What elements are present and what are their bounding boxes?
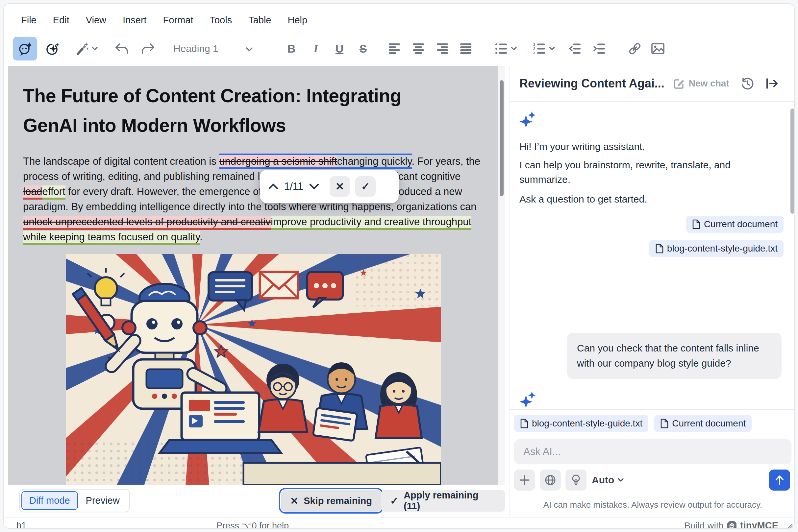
editor-scrollbar-track[interactable] (498, 66, 505, 484)
align-left-button[interactable] (383, 37, 407, 60)
assistant-sparkle-icon (519, 391, 537, 409)
assistant-message: Hi! I’m your writing assistant. (519, 139, 779, 154)
collapse-sidebar-button[interactable] (765, 78, 779, 90)
resize-handle[interactable] (785, 521, 793, 529)
diff-segment[interactable]: changing quickly (337, 154, 412, 169)
diff-segment[interactable]: undergoing a seismic shift (219, 154, 337, 169)
block-format-label: Heading 1 (173, 43, 218, 54)
skip-remaining-label: Skip remaining (303, 495, 372, 506)
toolbar: Heading 1 B I U S (4, 34, 795, 66)
bullet-list-icon (495, 42, 508, 55)
context-chip-current-document[interactable]: Current document (686, 216, 783, 233)
menu-tools[interactable]: Tools (204, 12, 237, 28)
chip-label: Current document (704, 219, 778, 229)
ai-assistant-button[interactable] (13, 37, 37, 60)
branding[interactable]: Build with tinyMCE (684, 520, 778, 529)
diff-mode-button[interactable]: Diff mode (21, 491, 78, 510)
document-illustration[interactable] (66, 254, 441, 484)
send-button[interactable] (769, 470, 790, 491)
status-bar: h1 Press ⌥0 for help Build with tinyMCE (4, 517, 795, 529)
new-chat-icon (673, 77, 686, 90)
accept-diff-button[interactable]: ✓ (355, 176, 376, 197)
chat-input-panel: blog-content-style-guide.txt Current doc… (510, 409, 795, 517)
web-search-button[interactable] (540, 470, 561, 491)
paragraph-text: . (200, 231, 203, 243)
numbered-list-icon: 1 2 3 (533, 42, 546, 55)
ask-ai-input[interactable] (514, 439, 792, 464)
italic-button[interactable]: I (304, 37, 328, 60)
mode-select[interactable]: Auto (592, 470, 624, 491)
chevron-down-icon (617, 478, 624, 482)
align-center-icon (412, 42, 425, 55)
align-justify-button[interactable] (454, 37, 478, 60)
send-arrow-icon (774, 474, 785, 486)
document-icon (660, 419, 669, 429)
menu-table[interactable]: Table (243, 12, 276, 28)
new-chat-label: New chat (689, 78, 729, 89)
document-paragraph[interactable]: The landscape of digital content creatio… (23, 154, 487, 245)
document-icon (520, 419, 528, 429)
ideas-button[interactable] (565, 470, 587, 491)
diff-counter: 1/11 (284, 180, 303, 192)
next-diff-button[interactable] (309, 183, 320, 190)
bold-button[interactable]: B (280, 37, 303, 60)
apply-remaining-label: Apply remaining (11) (404, 490, 496, 512)
input-chip-current-document[interactable]: Current document (654, 415, 751, 432)
strikethrough-button[interactable]: S (351, 37, 375, 60)
document-title-line1: The Future of Content Creation: Integrat… (23, 81, 401, 111)
document-title[interactable]: The Future of Content Creation: Integrat… (23, 81, 401, 140)
chevron-down-icon (549, 46, 555, 51)
history-button[interactable] (740, 77, 754, 91)
help-shortcut-text: Press ⌥0 for help (4, 520, 501, 529)
bullet-list-button[interactable] (489, 37, 523, 60)
paragraph-text: for every draft. However, the emergence … (23, 186, 477, 212)
menu-view[interactable]: View (80, 12, 112, 28)
check-icon: ✓ (361, 180, 370, 193)
context-chip-style-guide[interactable]: blog-content-style-guide.txt (649, 240, 783, 257)
built-with-label: Build with (684, 520, 724, 529)
menu-format[interactable]: Format (158, 12, 199, 28)
undo-button[interactable] (110, 37, 133, 60)
menu-insert[interactable]: Insert (117, 12, 152, 28)
indent-button[interactable] (588, 37, 611, 60)
menu-edit[interactable]: Edit (48, 12, 75, 28)
assistant-message: I can help you brainstorm, rewrite, tran… (519, 158, 779, 187)
view-mode-toggle: Diff mode Preview (19, 489, 130, 512)
insert-image-button[interactable] (646, 37, 670, 60)
diff-segment[interactable]: effort (42, 186, 66, 200)
tinymce-logo-icon (727, 521, 737, 529)
align-right-button[interactable] (430, 37, 454, 60)
ai-chat-icon (17, 41, 33, 57)
underline-button[interactable]: U (328, 37, 351, 60)
numbered-list-button[interactable]: 1 2 3 (527, 37, 561, 60)
document-icon (655, 244, 664, 253)
input-chip-style-guide[interactable]: blog-content-style-guide.txt (514, 415, 648, 432)
format-with-ai-button[interactable] (69, 37, 103, 60)
redo-button[interactable] (136, 37, 160, 60)
diff-segment[interactable]: load (23, 186, 42, 200)
editor-scrollbar-thumb[interactable] (500, 80, 504, 196)
outdent-button[interactable] (563, 37, 587, 60)
skip-remaining-button[interactable]: ✕ Skip remaining (281, 490, 381, 512)
sidebar-scrollbar-thumb[interactable] (791, 109, 794, 214)
paragraph-text: The landscape of digital content creatio… (23, 155, 219, 167)
magic-wand-icon (74, 41, 90, 57)
reject-diff-button[interactable]: ✕ (330, 176, 350, 197)
previous-diff-button[interactable] (268, 183, 279, 190)
add-attachment-button[interactable] (514, 470, 535, 491)
preview-button[interactable]: Preview (78, 492, 128, 509)
align-center-button[interactable] (407, 37, 430, 60)
chevron-down-icon (246, 43, 253, 54)
block-format-select[interactable]: Heading 1 (170, 37, 256, 60)
ai-shortcuts-button[interactable] (41, 37, 64, 60)
menu-file[interactable]: File (16, 12, 42, 28)
document-icon (692, 219, 701, 229)
editor-content-area[interactable]: The Future of Content Creation: Integrat… (8, 66, 505, 484)
link-button[interactable] (623, 37, 647, 60)
diff-segment[interactable]: unlock unprecedented levels of productiv… (23, 216, 271, 230)
svg-text:2: 2 (533, 47, 535, 51)
svg-text:1: 1 (533, 42, 535, 46)
apply-remaining-button[interactable]: ✓ Apply remaining (11) (381, 490, 505, 512)
new-chat-button[interactable]: New chat (673, 77, 729, 90)
menu-help[interactable]: Help (282, 12, 313, 28)
